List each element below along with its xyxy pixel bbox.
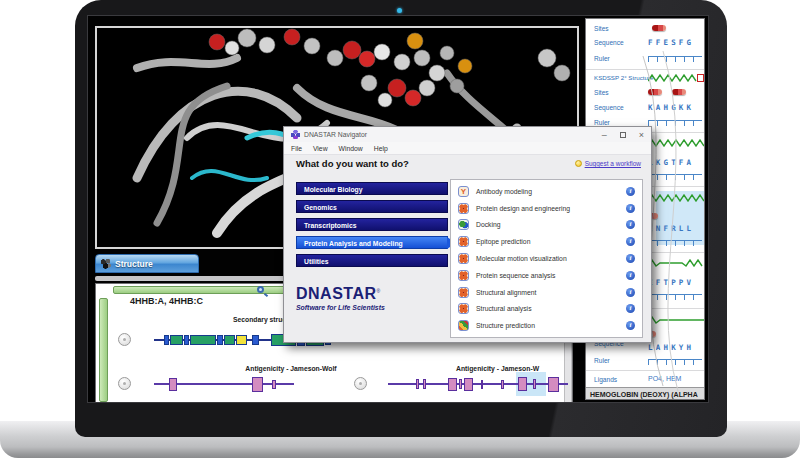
- docking-icon: [458, 219, 469, 230]
- lightbulb-icon: [575, 160, 582, 167]
- antigenicity-label-right: Antigenicity - Jameson-W: [456, 365, 539, 372]
- info-icon[interactable]: [626, 204, 635, 213]
- helix-zigzag: [648, 138, 704, 148]
- item-epitope-prediction[interactable]: Epitope prediction: [458, 234, 635, 249]
- site-capsule-icon: [648, 89, 662, 95]
- molecular-motion-icon: [458, 253, 469, 264]
- antigenicity-line-left: [154, 383, 294, 385]
- sequence-letters: ENFRLL: [648, 224, 694, 233]
- ruler-track: [648, 294, 702, 300]
- ruler-track: [648, 56, 702, 62]
- row-label-ksdssp: KSDSSP 2° Structure: [594, 74, 653, 81]
- epitope-prediction-icon: [458, 236, 469, 247]
- antibody-modeling-icon: Y: [458, 186, 469, 197]
- row-label-sequence: Sequence: [594, 104, 624, 111]
- helix-zigzag: [648, 315, 704, 325]
- sequence-letters: LKGTFA: [648, 158, 694, 167]
- ruler-track: [648, 359, 702, 365]
- ruler-track: [648, 174, 702, 180]
- row-label-sites: Sites: [594, 25, 609, 32]
- info-icon[interactable]: [626, 304, 635, 313]
- page: Structure 4HHB:A, 4HHB:C Secondary struc…: [0, 0, 800, 460]
- item-protein-design[interactable]: Protein design and engineering: [458, 201, 635, 216]
- menu-help[interactable]: Help: [374, 145, 388, 152]
- item-docking[interactable]: Docking: [458, 217, 635, 232]
- molecule-icon: [100, 258, 111, 269]
- helix-zigzag: [648, 193, 704, 203]
- selection-marker: [697, 74, 704, 82]
- divider: [586, 69, 705, 70]
- category-molecular-biology[interactable]: Molecular Biology: [296, 182, 448, 195]
- antigenicity-line-right: [388, 383, 568, 385]
- collapsed-panel-header[interactable]: HEMOGLOBIN (DEOXY) (ALPHA: [586, 387, 705, 400]
- menu-window[interactable]: Window: [339, 145, 363, 152]
- structure-prediction-icon: [458, 320, 469, 331]
- structural-analysis-icon: [458, 303, 469, 314]
- close-icon[interactable]: ×: [639, 131, 644, 139]
- category-protein-analysis-and-modeling[interactable]: Protein Analysis and Modeling: [296, 236, 448, 249]
- info-icon[interactable]: [626, 254, 635, 263]
- dialog-menubar: File View Window Help: [284, 142, 651, 155]
- ligands-value: PO4, HEM: [648, 375, 681, 382]
- divider: [586, 370, 705, 371]
- workflow-item-list: YAntibody modeling Protein design and en…: [450, 179, 643, 338]
- magnifier-icon[interactable]: [257, 286, 264, 293]
- info-icon[interactable]: [626, 271, 635, 280]
- row-label-sites: Sites: [594, 89, 609, 96]
- suggest-workflow-link[interactable]: Suggest a workflow: [575, 160, 641, 167]
- sequence-letters: KAHGKK: [648, 103, 694, 112]
- row-label-ruler: Ruler: [594, 357, 610, 364]
- helix-zigzag: [648, 258, 704, 268]
- info-icon[interactable]: [626, 288, 635, 297]
- track-handle[interactable]: [354, 377, 367, 390]
- menu-file[interactable]: File: [291, 145, 302, 152]
- helix-zigzag: [648, 73, 704, 83]
- protein-sequence-analysis-icon: [458, 270, 469, 281]
- minimize-icon[interactable]: –: [602, 132, 607, 138]
- row-label-ligands: Ligands: [594, 376, 617, 383]
- row-label-ruler: Ruler: [594, 55, 610, 62]
- track-handle[interactable]: [118, 377, 131, 390]
- item-structural-analysis[interactable]: Structural analysis: [458, 301, 635, 316]
- dialog-titlebar[interactable]: DNASTAR Navigator – ×: [284, 127, 651, 142]
- logo-tagline: Software for Life Scientists: [296, 304, 385, 311]
- tab-structure-label: Structure: [115, 259, 153, 269]
- item-protein-sequence-analysis[interactable]: Protein sequence analysis: [458, 268, 635, 283]
- info-icon[interactable]: [626, 187, 635, 196]
- structural-alignment-icon: [458, 287, 469, 298]
- dnastar-app-icon: [291, 130, 300, 139]
- item-antibody-modeling[interactable]: YAntibody modeling: [458, 184, 635, 199]
- ruler-track: [648, 240, 702, 246]
- sequence-letters: FFESFG: [648, 38, 694, 47]
- site-capsule-icon: [652, 25, 666, 31]
- protein-design-icon: [458, 203, 469, 214]
- item-molecular-motion[interactable]: Molecular motion visualization: [458, 251, 635, 266]
- track-handle[interactable]: [118, 333, 131, 346]
- dnastar-navigator-dialog: DNASTAR Navigator – × File View Window H…: [283, 126, 652, 343]
- antigenicity-label-left: Antigenicity - Jameson-Wolf: [216, 365, 366, 372]
- category-transcriptomics[interactable]: Transcriptomics: [296, 218, 448, 231]
- laptop-screen: Structure 4HHB:A, 4HHB:C Secondary struc…: [88, 16, 708, 402]
- maximize-icon[interactable]: [620, 132, 626, 138]
- sequence-letters: EFTPPV: [648, 278, 694, 287]
- info-icon[interactable]: [626, 321, 635, 330]
- info-icon[interactable]: [626, 220, 635, 229]
- ruler-track: [648, 120, 702, 126]
- info-icon[interactable]: [626, 237, 635, 246]
- category-list: Molecular Biology Genomics Transcriptomi…: [296, 182, 448, 272]
- vertical-scrollbar-green[interactable]: [99, 298, 108, 402]
- window-controls: – ×: [602, 131, 644, 139]
- menu-view[interactable]: View: [313, 145, 328, 152]
- dialog-heading: What do you want to do?: [296, 158, 409, 169]
- row-label-sequence: Sequence: [594, 39, 624, 46]
- category-utilities[interactable]: Utilities: [296, 254, 448, 267]
- site-capsule-icon: [672, 89, 686, 95]
- chain-title: 4HHB:A, 4HHB:C: [130, 296, 203, 306]
- category-genomics[interactable]: Genomics: [296, 200, 448, 213]
- webcam-led: [397, 8, 402, 13]
- tab-structure[interactable]: Structure: [95, 254, 199, 273]
- row-label-ruler: Ruler: [594, 119, 610, 126]
- sequence-letters: LAHKYH: [648, 343, 694, 352]
- item-structural-alignment[interactable]: Structural alignment: [458, 285, 635, 300]
- item-structure-prediction[interactable]: Structure prediction: [458, 318, 635, 333]
